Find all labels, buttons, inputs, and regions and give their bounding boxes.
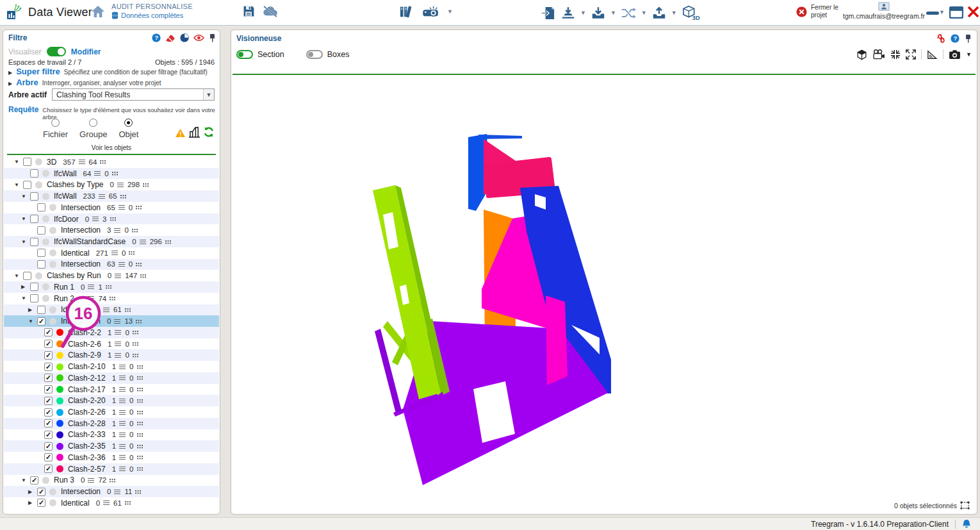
mode-toggle[interactable] [47,47,66,56]
upload-icon[interactable] [651,6,667,21]
row-checkbox[interactable] [44,408,53,417]
library-icon[interactable] [398,4,415,19]
tree-row[interactable]: ▶Identical061 [4,497,219,509]
user-dropdown-caret[interactable]: ▼ [939,9,945,15]
projector-dropdown-caret[interactable]: ▼ [447,8,453,15]
row-checkbox[interactable] [30,283,38,291]
row-checkbox[interactable] [44,465,53,473]
home-icon[interactable] [91,5,105,18]
tree-row[interactable]: Intersection650 [4,202,219,213]
collapse-arrow-icon[interactable]: ▼ [21,477,30,483]
row-checkbox[interactable] [30,192,38,201]
boxes-toggle[interactable]: Boxes [306,50,350,59]
tree-row[interactable]: Clash-2-3610 [4,452,219,463]
collapse-arrow-icon[interactable]: ▼ [14,273,23,279]
super-filter-section[interactable]: ▶ Super filtre Spécifiez une condition d… [8,67,208,76]
tree-expand-icon[interactable]: ▶ [8,81,12,87]
notifications-bell-icon[interactable] [962,519,971,529]
radio-objet[interactable]: Objet [118,119,138,139]
tree-row[interactable]: ▶Identical061 [4,304,219,316]
row-checkbox[interactable] [37,203,45,211]
super-filter-label[interactable]: Super filtre [16,67,60,76]
tree-row[interactable]: ▼3D35764 [4,156,219,168]
tree-row[interactable]: Clash-2-2010 [4,395,219,406]
shuffle-caret[interactable]: ▼ [641,10,647,16]
row-checkbox[interactable] [30,294,38,302]
tree-row[interactable]: ▶Run 101 [4,281,219,293]
row-checkbox[interactable] [44,397,53,405]
radio-circle-icon[interactable] [89,119,97,127]
row-checkbox[interactable] [37,226,45,235]
expand-arrow-icon[interactable]: ▶ [28,489,37,495]
row-checkbox[interactable] [37,249,45,257]
tree-row[interactable]: Intersection30 [4,224,219,236]
radio-groupe[interactable]: Groupe [79,119,107,139]
radio-fichier[interactable]: Fichier [43,119,68,139]
tree-row[interactable]: ▼IfcWallStandardCase0296 [4,236,219,247]
tree-row[interactable]: ▼Run 3072 [4,475,219,486]
download-icon[interactable] [591,6,606,21]
row-checkbox[interactable] [30,215,38,223]
row-checkbox[interactable] [44,385,53,393]
place-download-icon[interactable] [560,6,576,21]
active-tree-select[interactable]: Clashing Tool Results ▼ [52,88,215,101]
minimize-button[interactable] [926,12,939,15]
import-file-icon[interactable] [541,6,556,21]
cloud-offline-icon[interactable] [262,5,279,18]
tree-row[interactable]: Clash-2-3310 [4,429,219,441]
eraser-icon[interactable] [165,34,176,42]
section-toggle[interactable]: Section [236,50,284,59]
wall-magenta-strip[interactable] [546,295,568,385]
tree-row[interactable]: ▼Clashes by Run0147 [4,270,219,281]
zoom-fit-icon[interactable] [890,49,901,60]
row-checkbox[interactable] [37,499,45,507]
collapse-arrow-icon[interactable]: ▼ [21,239,30,245]
row-checkbox[interactable] [37,488,45,496]
row-checkbox[interactable] [37,306,45,314]
viewport-3d[interactable]: 0 objets sélectionnés [232,75,976,513]
row-checkbox[interactable] [30,476,38,484]
row-checkbox[interactable] [37,317,45,326]
tree-row[interactable]: Clash-2-1210 [4,372,219,384]
viewer-pin-icon[interactable] [965,34,972,43]
tree-section-label[interactable]: Arbre [16,78,38,87]
row-checkbox[interactable] [44,363,53,371]
row-checkbox[interactable] [44,340,53,348]
projector-icon[interactable] [421,5,441,18]
help-icon[interactable]: ? [152,33,161,42]
row-checkbox[interactable] [23,158,31,166]
tree-row[interactable]: ▼IfcWall23365 [4,190,219,202]
user-account[interactable]: tgm.cmaufrais@treegram.fr [833,1,935,20]
tree-row[interactable]: ▼Clashes by Type0298 [4,179,219,190]
tree-section[interactable]: ▶ Arbre Interroger, organiser, analyser … [8,78,161,87]
row-checkbox[interactable] [44,453,53,461]
tree-row[interactable]: Clash-2-1010 [4,361,219,372]
histogram-icon[interactable] [188,125,200,138]
tree-row[interactable]: Identical2710 [4,247,219,259]
collapse-arrow-icon[interactable]: ▼ [14,159,23,165]
collapse-arrow-icon[interactable]: ▼ [21,194,30,199]
cube-3d-icon[interactable]: 3D [682,4,701,21]
tree-row[interactable]: Clash-2-3510 [4,440,219,452]
save-icon[interactable] [242,4,256,18]
eye-icon[interactable] [193,34,204,42]
expand-arrow-icon[interactable]: ▶ [28,500,37,506]
snapshot-caret[interactable]: ▼ [966,51,972,58]
upload-caret[interactable]: ▼ [671,10,677,16]
tree-row[interactable]: Clash-2-2610 [4,406,219,418]
row-checkbox[interactable] [23,272,31,280]
collapse-arrow-icon[interactable]: ▼ [28,319,37,324]
expand-arrow-icon[interactable]: ▶ [28,307,37,313]
viewer-help-icon[interactable]: ? [951,34,960,43]
tree-row[interactable]: Clash-2-610 [4,338,219,350]
cube-view-icon[interactable] [856,49,867,60]
broken-link-icon[interactable] [936,33,945,43]
download-caret[interactable]: ▼ [610,10,616,16]
row-checkbox[interactable] [44,328,53,336]
super-filter-expand-icon[interactable]: ▶ [8,70,12,76]
collapse-arrow-icon[interactable]: ▼ [21,295,30,301]
place-download-caret[interactable]: ▼ [580,10,586,16]
radio-circle-icon[interactable] [51,119,60,127]
expand-arrow-icon[interactable]: ▶ [21,284,30,290]
tree-row[interactable]: IfcWall640 [4,168,219,179]
